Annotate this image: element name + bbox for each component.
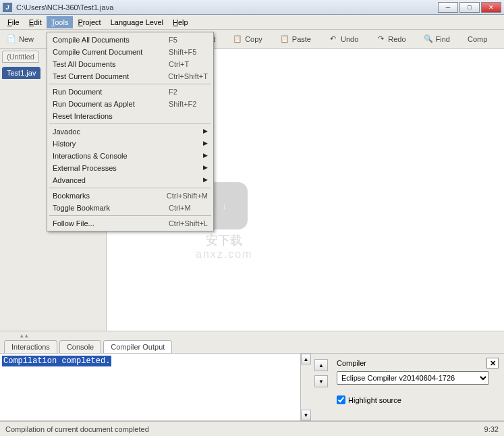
app-icon: J (3, 3, 12, 12)
undo-icon: ↶ (329, 34, 338, 44)
menubar: File Edit Tools Project Language Level H… (0, 15, 504, 30)
scrollbar[interactable]: ▲ ▼ (300, 354, 311, 420)
copy-icon: 📋 (233, 34, 242, 44)
titlebar: J C:\Users\NCH-360\Test1.java ─ □ ✕ (0, 0, 504, 15)
menu-history[interactable]: History▶ (47, 138, 213, 150)
prev-error-button[interactable]: ▲ (314, 359, 328, 371)
chevron-right-icon: ▶ (203, 176, 208, 184)
menu-run-document[interactable]: Run DocumentF2 (47, 86, 213, 98)
compile-label: Comp (468, 35, 487, 43)
menu-reset-interactions[interactable]: Reset Interactions (47, 110, 213, 122)
paste-button[interactable]: 📋Paste (277, 33, 314, 45)
statusbar: Compilation of current document complete… (0, 421, 504, 436)
bottom-tabs: Interactions Console Compiler Output (0, 339, 504, 354)
redo-button[interactable]: ↷Redo (373, 33, 408, 45)
minimize-button[interactable]: ─ (438, 2, 458, 13)
window-title: C:\Users\NCH-360\Test1.java (16, 3, 113, 11)
menu-project[interactable]: Project (73, 16, 105, 28)
menu-follow-file[interactable]: Follow File...Ctrl+Shift+L (47, 217, 213, 229)
menu-file[interactable]: File (3, 16, 24, 28)
new-button[interactable]: 📄New (4, 33, 36, 45)
tab-interactions[interactable]: Interactions (4, 340, 57, 353)
next-error-button[interactable]: ▼ (314, 375, 328, 387)
copy-label: Copy (245, 35, 262, 43)
maximize-button[interactable]: □ (459, 2, 480, 13)
resize-grip[interactable]: ▴▴ (0, 331, 504, 339)
menu-test-all[interactable]: Test All DocumentsCtrl+T (47, 58, 213, 70)
menu-run-applet[interactable]: Run Document as AppletShift+F2 (47, 98, 213, 110)
output-area: Compilation completed. ▲ ▼ ▲ ▼ Compiler … (0, 354, 504, 421)
new-icon: 📄 (7, 34, 16, 44)
error-nav: ▲ ▼ (311, 354, 331, 420)
copy-button[interactable]: 📋Copy (230, 33, 265, 45)
compiler-output[interactable]: Compilation completed. ▲ ▼ (0, 354, 311, 420)
tab-test1[interactable]: Test1.jav (2, 67, 40, 79)
chevron-right-icon: ▶ (203, 164, 208, 172)
tab-console[interactable]: Console (59, 340, 101, 353)
menu-compile-current[interactable]: Compile Current DocumentShift+F5 (47, 46, 213, 58)
menu-separator (49, 124, 211, 124)
undo-button[interactable]: ↶Undo (326, 33, 361, 45)
chevron-right-icon: ▶ (203, 140, 208, 148)
compile-button[interactable]: Comp (465, 34, 490, 45)
tools-dropdown: Compile All DocumentsF5 Compile Current … (47, 32, 214, 231)
menu-help[interactable]: Help (168, 16, 193, 28)
window-controls: ─ □ ✕ (437, 2, 501, 13)
menu-javadoc[interactable]: Javadoc▶ (47, 126, 213, 138)
status-message: Compilation of current document complete… (5, 425, 149, 433)
menu-test-current[interactable]: Test Current DocumentCtrl+Shift+T (47, 70, 213, 82)
redo-icon: ↷ (376, 34, 385, 44)
menu-compile-all[interactable]: Compile All DocumentsF5 (47, 34, 213, 46)
menu-external-processes[interactable]: External Processes▶ (47, 162, 213, 174)
compiler-label: Compiler (337, 359, 366, 367)
highlight-source-checkbox[interactable]: Highlight source (337, 395, 499, 404)
find-label: Find (436, 35, 450, 43)
menu-advanced[interactable]: Advanced▶ (47, 174, 213, 186)
menu-separator (49, 84, 211, 84)
find-button[interactable]: 🔍Find (421, 33, 453, 45)
status-time: 9:32 (484, 425, 499, 433)
tab-untitled[interactable]: (Untitled (2, 51, 39, 63)
menu-separator (49, 188, 211, 188)
scroll-up-icon[interactable]: ▲ (301, 354, 311, 364)
close-button[interactable]: ✕ (481, 2, 501, 13)
redo-label: Redo (388, 35, 405, 43)
find-icon: 🔍 (424, 34, 433, 44)
menu-bookmarks[interactable]: BookmarksCtrl+Shift+M (47, 190, 213, 202)
highlight-label: Highlight source (348, 396, 401, 404)
paste-label: Paste (292, 35, 311, 43)
menu-separator (49, 215, 211, 216)
compiler-select[interactable]: Eclipse Compiler v20140604-1726 (337, 371, 489, 385)
new-label: New (19, 35, 34, 43)
highlight-checkbox[interactable] (337, 395, 345, 404)
menu-interactions-console[interactable]: Interactions & Console▶ (47, 150, 213, 162)
close-panel-button[interactable]: ✕ (486, 358, 499, 368)
paste-icon: 📋 (280, 34, 289, 44)
tab-compiler-output[interactable]: Compiler Output (103, 340, 172, 353)
scroll-down-icon[interactable]: ▼ (301, 410, 311, 420)
undo-label: Undo (341, 35, 358, 43)
compiler-panel: Compiler ✕ Eclipse Compiler v20140604-17… (331, 354, 504, 420)
chevron-right-icon: ▶ (203, 152, 208, 160)
menu-edit[interactable]: Edit (24, 16, 47, 28)
menu-language-level[interactable]: Language Level (106, 16, 168, 28)
output-message: Compilation completed. (2, 356, 111, 366)
menu-toggle-bookmark[interactable]: Toggle BookmarkCtrl+M (47, 202, 213, 214)
chevron-right-icon: ▶ (203, 128, 208, 136)
menu-tools[interactable]: Tools (47, 16, 74, 28)
